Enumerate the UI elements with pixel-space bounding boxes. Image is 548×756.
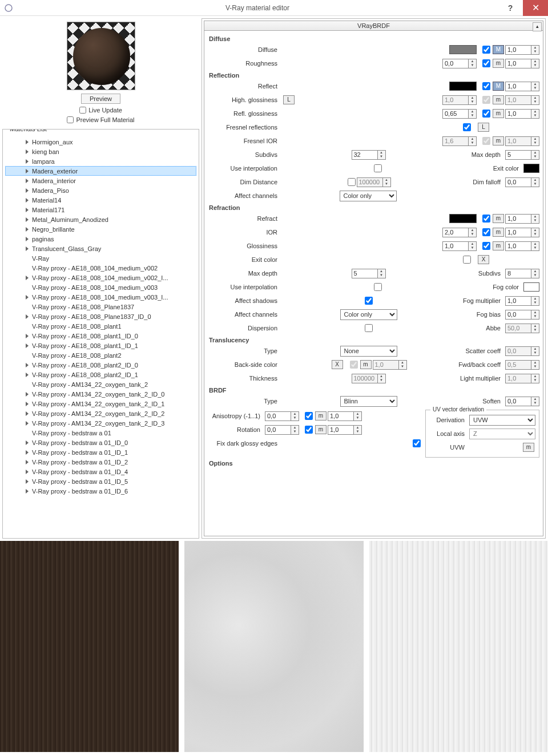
hgloss-spinner[interactable]: ▲▼ <box>442 95 477 105</box>
fresnel-lock[interactable]: L <box>478 123 489 132</box>
reflect-map-enable[interactable] <box>482 82 490 90</box>
fogmult-spinner[interactable]: ▲▼ <box>505 296 539 306</box>
expand-icon[interactable] <box>26 479 29 484</box>
expand-icon[interactable] <box>26 440 29 445</box>
material-item[interactable]: V-Ray proxy - AE18_008_104_medium_v002 <box>5 263 196 273</box>
soften-spinner[interactable]: ▲▼ <box>505 397 539 406</box>
expand-icon[interactable] <box>26 295 29 300</box>
material-item[interactable]: V-Ray proxy - AE18_008_104_medium_v002_I… <box>5 273 196 282</box>
expand-icon[interactable] <box>26 237 29 241</box>
fresnelior-mult-spinner[interactable]: ▲▼ <box>505 136 539 146</box>
rotation-map-enable[interactable] <box>305 426 313 434</box>
derivation-select[interactable]: UVW <box>469 415 535 426</box>
rotation-spinner[interactable]: ▲▼ <box>265 425 299 435</box>
rgloss-spinner[interactable]: ▲▼ <box>442 109 477 119</box>
ior-mult-spinner[interactable]: ▲▼ <box>505 228 539 237</box>
diffuse-mult-spinner[interactable]: ▲▼ <box>505 45 539 55</box>
expand-icon[interactable] <box>26 402 29 406</box>
expand-icon[interactable] <box>26 314 29 319</box>
brdftype-select[interactable]: Blinn <box>340 396 397 407</box>
material-item[interactable]: V-Ray proxy - bedstraw a 01_ID_6 <box>5 486 196 496</box>
reflect-swatch[interactable] <box>449 82 477 91</box>
material-item[interactable]: V-Ray proxy - AE18_008_104_medium_v003_I… <box>5 292 196 302</box>
expand-icon[interactable] <box>26 373 29 377</box>
material-item[interactable]: paginas <box>5 234 196 244</box>
exitcolor-swatch[interactable] <box>523 164 539 173</box>
expand-icon[interactable] <box>26 227 29 232</box>
refract-swatch[interactable] <box>449 214 477 223</box>
expand-icon[interactable] <box>26 411 29 416</box>
affectch-select[interactable]: Color only <box>340 191 397 201</box>
fixdark-checkbox[interactable] <box>413 439 421 447</box>
fresnel-checkbox[interactable] <box>463 123 471 131</box>
material-item[interactable]: lampara <box>5 156 196 166</box>
glossiness-mult-spinner[interactable]: ▲▼ <box>505 241 539 251</box>
backside-x[interactable]: X <box>332 360 343 369</box>
expand-icon[interactable] <box>26 208 29 212</box>
material-item[interactable]: V-Ray proxy - AM134_22_oxygen_tank_2_ID_… <box>5 418 196 428</box>
material-item[interactable]: Madera_exterior <box>5 166 196 176</box>
ior-spinner[interactable]: ▲▼ <box>442 228 477 237</box>
material-item[interactable]: Madera_interior <box>5 176 196 185</box>
material-item[interactable]: V-Ray proxy - AM134_22_oxygen_tank_2_ID_… <box>5 399 196 409</box>
aniso-map-enable[interactable] <box>305 412 313 420</box>
material-item[interactable]: V-Ray proxy - AE18_008_plant1_ID_0 <box>5 331 196 341</box>
preview-button[interactable]: Preview <box>81 94 120 104</box>
expand-icon[interactable] <box>26 470 29 474</box>
aniso-spinner[interactable]: ▲▼ <box>265 411 299 421</box>
expand-icon[interactable] <box>26 149 29 154</box>
expand-icon[interactable] <box>26 363 29 367</box>
expand-icon[interactable] <box>26 188 29 193</box>
material-item[interactable]: Metal_Aluminum_Anodized <box>5 215 196 224</box>
expand-icon[interactable] <box>26 217 29 222</box>
rollup-header[interactable]: VRayBRDF ▴ <box>204 21 543 31</box>
material-item[interactable]: V-Ray proxy - AE18_008_plant1_ID_1 <box>5 341 196 350</box>
subdivs-spinner[interactable]: ▲▼ <box>352 150 386 160</box>
dimdist-checkbox[interactable] <box>348 178 356 186</box>
material-item[interactable]: Negro_brillante <box>5 224 196 234</box>
rotation-map-button[interactable]: m <box>315 425 327 434</box>
material-item[interactable]: V-Ray proxy - bedstraw a 01_ID_0 <box>5 438 196 447</box>
material-item[interactable]: V-Ray proxy - AE18_008_plant2_ID_0 <box>5 360 196 370</box>
expand-icon[interactable] <box>26 246 29 251</box>
ior-map-button[interactable]: m <box>493 228 504 237</box>
material-item[interactable]: V-Ray proxy - bedstraw a 01_ID_1 <box>5 447 196 457</box>
maxdepth2-spinner[interactable]: ▲▼ <box>352 269 386 278</box>
expand-icon[interactable] <box>26 489 29 494</box>
maxdepth-spinner[interactable]: ▲▼ <box>505 150 539 160</box>
rotation-mult-spinner[interactable]: ▲▼ <box>328 425 362 435</box>
exitcolor2-x[interactable]: X <box>478 255 489 264</box>
material-item[interactable]: V-Ray proxy - bedstraw a 01 <box>5 428 196 438</box>
fresnelior-map-button[interactable]: m <box>493 136 504 145</box>
aniso-map-button[interactable]: m <box>315 411 327 421</box>
reflect-map-button[interactable]: M <box>493 82 504 91</box>
hgloss-lock[interactable]: L <box>283 95 295 104</box>
material-item[interactable]: kieng ban <box>5 147 196 156</box>
close-button[interactable]: ✕ <box>523 0 548 16</box>
expand-icon[interactable] <box>26 421 29 426</box>
thickness-spinner[interactable]: ▲▼ <box>352 374 386 383</box>
ior-map-enable[interactable] <box>482 228 490 236</box>
material-item[interactable]: V-Ray proxy - bedstraw a 01_ID_5 <box>5 476 196 486</box>
affectshadows-checkbox[interactable] <box>365 297 373 305</box>
material-item[interactable]: Hormigon_aux <box>5 137 196 147</box>
fogcolor-swatch[interactable] <box>523 282 539 292</box>
material-item[interactable]: V-Ray proxy - AE18_008_Plane1837_ID_0 <box>5 312 196 321</box>
reflect-mult-spinner[interactable]: ▲▼ <box>505 82 539 91</box>
expand-icon[interactable] <box>26 159 29 164</box>
affectch2-select[interactable]: Color only <box>340 309 397 320</box>
roughness-mult-spinner[interactable]: ▲▼ <box>505 59 539 68</box>
trtype-select[interactable]: None <box>340 346 397 357</box>
fresnelior-spinner[interactable]: ▲▼ <box>442 136 477 146</box>
help-button[interactable]: ? <box>498 0 523 16</box>
material-item[interactable]: Material171 <box>5 205 196 215</box>
abbe-spinner[interactable]: ▲▼ <box>505 324 539 333</box>
material-item[interactable]: V-Ray proxy - AE18_008_plant1 <box>5 321 196 331</box>
material-item[interactable]: V-Ray proxy - AM134_22_oxygen_tank_2_ID_… <box>5 409 196 418</box>
expand-icon[interactable] <box>26 450 29 455</box>
glossiness-map-button[interactable]: m <box>493 241 504 250</box>
refract-map-enable[interactable] <box>482 215 490 223</box>
expand-icon[interactable] <box>26 392 29 397</box>
subdivs2-spinner[interactable]: ▲▼ <box>505 269 539 278</box>
useinterp-checkbox[interactable] <box>374 164 382 172</box>
